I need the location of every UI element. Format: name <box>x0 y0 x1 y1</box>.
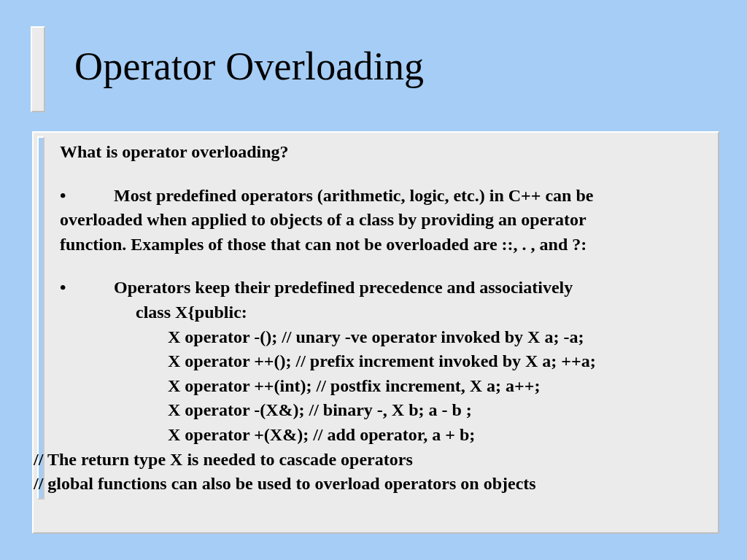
code-line: X operator ++(int); // postfix increment… <box>60 374 705 399</box>
slide: Operator Overloading What is operator ov… <box>0 0 747 560</box>
bullet-text: Operators keep their predefined preceden… <box>114 278 573 297</box>
title-accent-bar <box>31 26 45 112</box>
code-line: X operator ++(); // prefix increment inv… <box>60 349 705 374</box>
code-line: X operator -(); // unary -ve operator in… <box>60 325 705 350</box>
bullet-text: Most predefined operators (arithmetic, l… <box>114 186 593 205</box>
code-line: X operator +(X&); // add operator, a + b… <box>60 423 705 448</box>
slide-title: Operator Overloading <box>74 44 424 89</box>
bullet-item-1: •Most predefined operators (arithmetic, … <box>60 184 705 257</box>
comment-line: // global functions can also be used to … <box>34 472 705 497</box>
code-line: class X{public: <box>60 300 705 325</box>
bullet-item-2: •Operators keep their predefined precede… <box>60 276 705 300</box>
bullet-mark: • <box>60 184 114 209</box>
content-heading: What is operator overloading? <box>60 140 705 165</box>
content-box: What is operator overloading? •Most pred… <box>32 131 719 534</box>
comment-line: // The return type X is needed to cascad… <box>34 448 705 472</box>
bullet-text: function. Examples of those that can not… <box>60 235 587 254</box>
content-body: What is operator overloading? •Most pred… <box>60 140 705 497</box>
bullet-mark: • <box>60 276 114 300</box>
content-accent-bar <box>37 136 44 499</box>
bullet-text: overloaded when applied to objects of a … <box>60 210 587 229</box>
code-line: X operator -(X&); // binary -, X b; a - … <box>60 398 705 423</box>
